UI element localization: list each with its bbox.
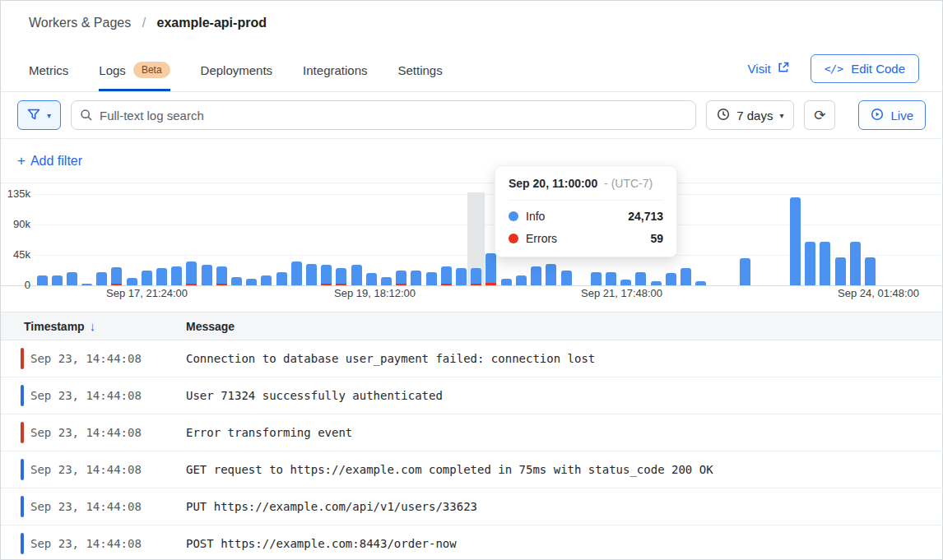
tab-label: Metrics <box>29 63 68 77</box>
chart-bar[interactable] <box>216 266 227 285</box>
legend-dot-icon <box>509 234 518 243</box>
chart-bar[interactable] <box>790 197 801 285</box>
search-input[interactable] <box>71 100 696 130</box>
chart-bar[interactable] <box>635 272 646 285</box>
log-row[interactable]: Sep 23, 14:44:08 Connection to database … <box>1 340 942 377</box>
chart-bar[interactable] <box>156 268 167 285</box>
x-axis-tick-label: Sep 19, 18:12:00 <box>334 287 416 299</box>
x-axis-tick-label: Sep 21, 17:48:00 <box>581 287 662 299</box>
chart-bar[interactable] <box>471 268 481 285</box>
tooltip-series-value: 59 <box>650 232 663 245</box>
chart-bar-error-segment <box>485 283 496 285</box>
chart-bar[interactable] <box>411 271 421 285</box>
chart-gridline <box>34 194 942 195</box>
chart-bar[interactable] <box>321 265 332 285</box>
tab-settings[interactable]: Settings <box>398 62 443 91</box>
log-row[interactable]: Sep 23, 14:44:08 PUT https://example.com… <box>1 488 942 525</box>
timestamp-header-label: Timestamp <box>24 320 85 333</box>
chart-bar[interactable] <box>606 272 616 285</box>
chart-bar[interactable] <box>820 242 830 285</box>
chart-bar[interactable] <box>666 273 676 285</box>
chart-bar[interactable] <box>695 281 706 285</box>
chevron-down-icon: ▾ <box>47 111 51 120</box>
refresh-button[interactable]: ⟳ <box>804 100 835 130</box>
chart-bar[interactable] <box>561 271 572 285</box>
chart-bar[interactable] <box>81 284 92 285</box>
chart-bar[interactable] <box>441 266 452 285</box>
chart-bar[interactable] <box>681 268 691 285</box>
chart-bar[interactable] <box>516 275 527 285</box>
tab-logs[interactable]: Logs Beta <box>99 62 170 91</box>
chart-bar[interactable] <box>336 268 346 285</box>
chart-bar[interactable] <box>246 279 257 285</box>
code-icon: </> <box>825 62 843 75</box>
tab-actions: Visit </> Edit Code <box>748 54 919 91</box>
chart-bar[interactable] <box>396 271 406 285</box>
log-level-indicator <box>21 496 24 517</box>
chart-bar[interactable] <box>740 258 750 285</box>
log-row[interactable]: Sep 23, 14:44:08 POST https://example.co… <box>1 525 942 560</box>
chart-bar[interactable] <box>231 277 242 285</box>
x-axis-tick-label: Sep 17, 21:24:00 <box>106 287 188 299</box>
chart-bar[interactable] <box>426 272 437 285</box>
chart-bar[interactable] <box>142 271 152 285</box>
chart-bar[interactable] <box>306 264 317 285</box>
live-button[interactable]: Live <box>858 100 926 130</box>
chart-bar[interactable] <box>291 261 302 285</box>
edit-code-button[interactable]: </> Edit Code <box>811 54 919 83</box>
chart-bar[interactable] <box>546 264 556 285</box>
tab-integrations[interactable]: Integrations <box>303 62 367 91</box>
chart-bar[interactable] <box>591 272 602 285</box>
chart-bar[interactable] <box>37 275 48 285</box>
tab-deployments[interactable]: Deployments <box>201 62 273 91</box>
visit-link[interactable]: Visit <box>748 62 789 76</box>
log-row[interactable]: Sep 23, 14:44:08 User 71324 successfully… <box>1 377 942 414</box>
chart-bar[interactable] <box>366 273 377 285</box>
tab-label: Integrations <box>303 63 367 77</box>
edit-code-label: Edit Code <box>851 62 905 76</box>
filter-dropdown-button[interactable]: ▾ <box>17 100 61 130</box>
message-column-header[interactable]: Message <box>186 320 235 333</box>
chart-bar[interactable] <box>52 275 63 285</box>
chart-bar[interactable] <box>67 272 77 285</box>
chart-bar[interactable] <box>865 257 876 285</box>
log-row[interactable]: Sep 23, 14:44:08 Error transforming even… <box>1 414 942 451</box>
chart-bar[interactable] <box>835 257 846 285</box>
chart-bar[interactable] <box>501 279 512 285</box>
tab-metrics[interactable]: Metrics <box>29 62 68 91</box>
tooltip-series-label: Info <box>526 210 545 223</box>
chart-baseline <box>1 285 942 286</box>
timestamp-column-header[interactable]: Timestamp ↓ <box>24 319 186 333</box>
chart-bar[interactable] <box>111 267 122 285</box>
chart-bar[interactable] <box>620 280 631 285</box>
chart-bar[interactable] <box>202 265 212 285</box>
chart-bar[interactable] <box>171 266 182 285</box>
chart-bar[interactable] <box>531 266 541 285</box>
chart-bar[interactable] <box>276 272 287 285</box>
add-filter-button[interactable]: + Add filter <box>17 153 82 169</box>
chart-tooltip: Sep 20, 11:00:00 - (UTC-7) Info24,713Err… <box>495 165 677 257</box>
chart-bar[interactable] <box>381 277 392 285</box>
chart-bar[interactable] <box>351 265 362 285</box>
chart-bar[interactable] <box>186 261 197 285</box>
chart-bar[interactable] <box>127 278 137 285</box>
breadcrumb-parent[interactable]: Workers & Pages <box>29 16 131 30</box>
time-range-dropdown[interactable]: 7 days ▾ <box>706 100 794 130</box>
tab-label: Settings <box>398 63 443 77</box>
breadcrumb: Workers & Pages / example-api-prod <box>1 1 942 30</box>
chart-bar[interactable] <box>96 272 107 285</box>
log-volume-chart: 135k90k45k0Sep 17, 21:24:00Sep 19, 18:12… <box>1 183 942 312</box>
chart-bar[interactable] <box>485 253 496 285</box>
search-icon <box>80 109 93 125</box>
tooltip-row-info: Info24,713 <box>509 210 663 223</box>
chart-bar[interactable] <box>651 281 662 285</box>
y-axis-tick-label: 135k <box>2 187 30 200</box>
chart-bar[interactable] <box>456 268 467 285</box>
visit-label: Visit <box>748 62 771 76</box>
log-timestamp: Sep 23, 14:44:08 <box>30 463 186 476</box>
chart-bar[interactable] <box>261 275 272 285</box>
chart-bar[interactable] <box>850 242 861 285</box>
refresh-icon: ⟳ <box>814 107 825 124</box>
chart-bar[interactable] <box>805 242 815 285</box>
log-row[interactable]: Sep 23, 14:44:08 GET request to https://… <box>1 451 942 488</box>
